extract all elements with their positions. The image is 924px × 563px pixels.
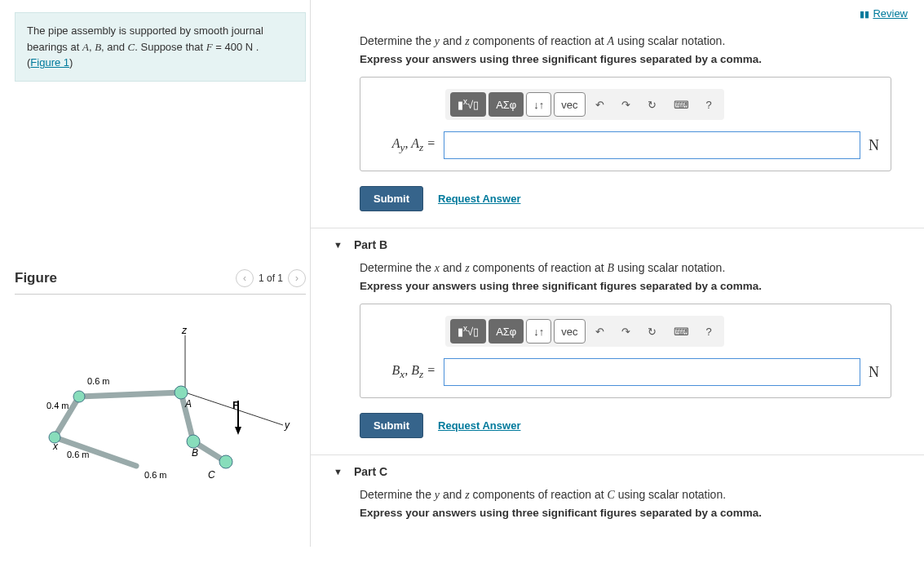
help-button[interactable]: ? [699, 92, 719, 117]
partA-answer-input[interactable] [444, 131, 860, 159]
svg-text:0.6 m: 0.6 m [67, 450, 90, 459]
partA-submit-button[interactable]: Submit [360, 186, 423, 211]
figure-heading: Figure [15, 270, 57, 286]
svg-text:0.6 m: 0.6 m [87, 376, 110, 386]
partA-request-answer[interactable]: Request Answer [438, 193, 520, 205]
svg-text:C: C [208, 469, 215, 481]
partB-answer-box: ▮x√▯ ΑΣφ ↓↑ vec ↶ ↷ ↻ ⌨ ? Bx, Bz = N [360, 304, 891, 398]
partB-prompt: Determine the x and z components of reac… [360, 261, 891, 275]
subsup-button[interactable]: ↓↑ [526, 319, 551, 344]
templates-button[interactable]: ▮x√▯ [450, 92, 486, 117]
problem-points: A [82, 41, 89, 53]
svg-text:0.4 m: 0.4 m [46, 401, 69, 410]
svg-text:F: F [232, 399, 239, 411]
undo-button[interactable]: ↶ [588, 92, 612, 117]
partC-prompt: Determine the y and z components of reac… [360, 488, 891, 502]
svg-line-4 [79, 392, 181, 397]
svg-text:B: B [192, 447, 198, 459]
partB-header[interactable]: ▼ Part B [311, 228, 924, 261]
book-icon: ▮▮ [860, 9, 869, 19]
vec-button[interactable]: vec [554, 92, 585, 117]
partB-unit: N [869, 364, 879, 381]
greek-button[interactable]: ΑΣφ [489, 319, 524, 344]
help-button[interactable]: ? [699, 319, 719, 344]
equation-toolbar: ▮x√▯ ΑΣφ ↓↑ vec ↶ ↷ ↻ ⌨ ? [445, 89, 724, 120]
problem-statement: The pipe assembly is supported by smooth… [15, 12, 306, 82]
svg-point-10 [187, 435, 200, 448]
svg-text:x: x [52, 441, 59, 452]
svg-text:0.6 m: 0.6 m [144, 470, 167, 480]
partC-header[interactable]: ▼ Part C [311, 455, 924, 488]
partA-prompt: Determine the y and z components of reac… [360, 34, 891, 48]
figure-link[interactable]: Figure 1 [30, 56, 69, 69]
svg-point-11 [219, 455, 232, 468]
reset-button[interactable]: ↻ [640, 92, 664, 117]
keyboard-button[interactable]: ⌨ [666, 319, 696, 344]
partA-instruct: Express your answers using three signifi… [360, 53, 891, 65]
vec-button[interactable]: vec [554, 319, 585, 344]
partC-instruct: Express your answers using three signifi… [360, 507, 891, 519]
undo-button[interactable]: ↶ [588, 319, 612, 344]
templates-button[interactable]: ▮x√▯ [450, 319, 486, 344]
svg-text:A: A [184, 398, 192, 410]
caret-down-icon: ▼ [334, 240, 343, 250]
review-link[interactable]: Review [873, 7, 908, 20]
figure-counter: 1 of 1 [259, 273, 283, 284]
equation-toolbar: ▮x√▯ ΑΣφ ↓↑ vec ↶ ↷ ↻ ⌨ ? [445, 316, 724, 347]
svg-text:z: z [181, 327, 188, 336]
keyboard-button[interactable]: ⌨ [666, 92, 696, 117]
svg-point-9 [175, 386, 188, 399]
partA-unit: N [869, 137, 879, 154]
partB-submit-button[interactable]: Submit [360, 413, 423, 438]
greek-button[interactable]: ΑΣφ [489, 92, 524, 117]
reset-button[interactable]: ↻ [640, 319, 664, 344]
partB-lhs: Bx, Bz = [372, 363, 435, 381]
partB-instruct: Express your answers using three signifi… [360, 280, 891, 292]
figure-next-button[interactable]: › [288, 269, 306, 287]
redo-button[interactable]: ↷ [614, 319, 638, 344]
svg-marker-15 [235, 427, 241, 435]
caret-down-icon: ▼ [334, 467, 343, 477]
partA-lhs: Ay, Az = [372, 136, 435, 154]
figure-image: z y [15, 327, 306, 490]
partB-request-answer[interactable]: Request Answer [438, 419, 520, 432]
partA-answer-box: ▮x√▯ ΑΣφ ↓↑ vec ↶ ↷ ↻ ⌨ ? Ay, Az = N [360, 77, 891, 171]
svg-point-12 [73, 391, 85, 402]
partB-answer-input[interactable] [444, 358, 860, 386]
redo-button[interactable]: ↷ [614, 92, 638, 117]
subsup-button[interactable]: ↓↑ [526, 92, 551, 117]
svg-text:y: y [284, 419, 290, 431]
figure-prev-button[interactable]: ‹ [236, 269, 254, 287]
